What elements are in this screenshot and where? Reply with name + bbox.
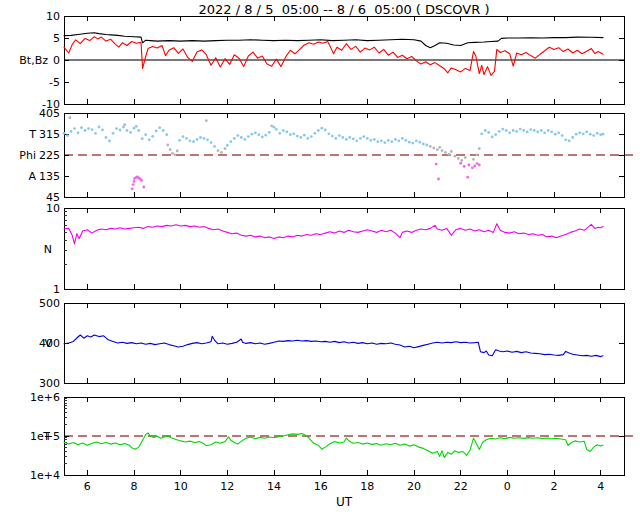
phi-dot bbox=[491, 136, 494, 139]
phi-dot bbox=[203, 137, 206, 140]
phi-dot bbox=[341, 136, 344, 139]
phi-dot bbox=[568, 139, 571, 142]
phi-dot bbox=[217, 149, 220, 152]
phi-dot bbox=[261, 136, 264, 139]
phi-dot bbox=[494, 133, 497, 136]
phi-dot bbox=[394, 138, 397, 141]
phi-dot bbox=[466, 176, 469, 179]
panel-frame bbox=[64, 208, 624, 289]
phi-dot bbox=[585, 131, 588, 134]
dscovr-solar-wind-plot: 2022 / 8 / 5 05:00 -- 8 / 6 05:00 ( DSCO… bbox=[0, 0, 640, 512]
phi-dot bbox=[80, 126, 83, 129]
y-tick-label: -5 bbox=[49, 76, 60, 89]
phi-dot bbox=[459, 162, 462, 165]
panel-frame bbox=[64, 303, 624, 383]
phi-dot bbox=[338, 134, 341, 137]
y-tick-label: 0 bbox=[53, 54, 60, 67]
phi-dot bbox=[140, 179, 143, 182]
phi-dot bbox=[578, 131, 581, 134]
phi-dot bbox=[478, 164, 481, 167]
phi-dot bbox=[429, 145, 432, 148]
phi-dot bbox=[501, 128, 504, 131]
series-n bbox=[64, 224, 603, 244]
phi-dot bbox=[453, 155, 456, 158]
phi-dot bbox=[155, 130, 158, 133]
phi-dot bbox=[133, 127, 136, 130]
y-tick-label: 135 bbox=[39, 170, 60, 183]
y-tick-label: 225 bbox=[39, 149, 60, 162]
phi-dot bbox=[192, 140, 195, 143]
series-bt bbox=[64, 33, 603, 48]
phi-dot bbox=[487, 131, 490, 134]
phi-dot bbox=[359, 137, 362, 140]
phi-dot bbox=[278, 132, 281, 135]
phi-dot bbox=[457, 157, 460, 160]
phi-dot bbox=[310, 135, 313, 138]
phi-dot bbox=[254, 131, 257, 134]
phi-dot bbox=[505, 129, 508, 132]
phi-dot bbox=[142, 186, 145, 189]
phi-dot bbox=[575, 133, 578, 136]
phi-dot bbox=[132, 183, 135, 186]
phi-dot bbox=[257, 133, 260, 136]
phi-dot bbox=[529, 128, 532, 131]
phi-dot bbox=[66, 134, 69, 137]
phi-dot bbox=[165, 133, 168, 136]
series-v bbox=[64, 335, 603, 357]
x-tick-label: 10 bbox=[174, 480, 188, 493]
phi-dot bbox=[196, 138, 199, 141]
phi-dot bbox=[561, 134, 564, 137]
phi-dot bbox=[366, 137, 369, 140]
x-tick-label: 22 bbox=[454, 480, 468, 493]
phi-dot bbox=[571, 136, 574, 139]
phi-dot bbox=[229, 140, 232, 143]
phi-dot bbox=[554, 133, 557, 136]
phi-dot bbox=[126, 129, 129, 132]
phi-dot bbox=[285, 131, 288, 134]
phi-dot bbox=[129, 131, 132, 134]
y-tick-label: 405 bbox=[39, 107, 60, 120]
phi-dot bbox=[320, 127, 323, 130]
phi-dot bbox=[123, 123, 126, 126]
phi-dot bbox=[77, 131, 80, 134]
phi-dot bbox=[70, 130, 73, 133]
phi-dot bbox=[178, 139, 181, 142]
phi-dot bbox=[592, 134, 595, 137]
panel-variable-label: Bt,Bz bbox=[19, 54, 48, 67]
phi-dot bbox=[473, 165, 476, 168]
phi-dot bbox=[94, 132, 97, 135]
y-tick-label: 1 bbox=[53, 283, 60, 296]
x-tick-label: 4 bbox=[597, 480, 604, 493]
phi-dot bbox=[189, 139, 192, 142]
phi-dot bbox=[108, 140, 111, 143]
phi-dot bbox=[324, 129, 327, 132]
phi-dot bbox=[210, 141, 213, 144]
phi-dot bbox=[296, 135, 299, 138]
phi-dot bbox=[303, 134, 306, 137]
phi-dot bbox=[390, 140, 393, 143]
phi-dot bbox=[478, 147, 481, 150]
phi-dot bbox=[450, 150, 453, 153]
phi-dot bbox=[352, 138, 355, 141]
phi-dot bbox=[543, 131, 546, 134]
x-tick-label: 2 bbox=[551, 480, 558, 493]
phi-dot bbox=[273, 126, 276, 129]
phi-dot bbox=[536, 131, 539, 134]
phi-dot bbox=[87, 127, 90, 130]
phi-dot bbox=[98, 126, 101, 129]
phi-dot bbox=[226, 144, 229, 147]
phi-dot bbox=[355, 139, 358, 142]
y-tick-label: 500 bbox=[39, 297, 60, 310]
phi-dot bbox=[508, 131, 511, 134]
x-tick-label: 6 bbox=[84, 480, 91, 493]
phi-dot bbox=[540, 129, 543, 132]
phi-dot bbox=[206, 138, 209, 141]
y-tick-label: 10 bbox=[46, 10, 60, 23]
phi-dot bbox=[176, 150, 179, 153]
phi-dot bbox=[522, 129, 525, 132]
phi-dot bbox=[376, 140, 379, 143]
phi-dot bbox=[331, 135, 334, 138]
phi-dot bbox=[589, 133, 592, 136]
phi-dot bbox=[369, 139, 372, 142]
phi-dot bbox=[162, 129, 165, 132]
